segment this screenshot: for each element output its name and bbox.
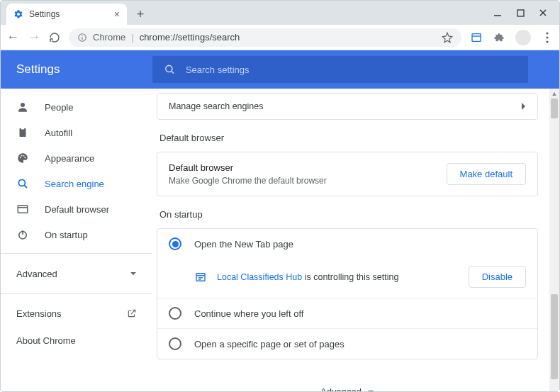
extension-icon [194, 271, 207, 284]
svg-line-22 [24, 185, 27, 188]
default-browser-card: Default browser Make Google Chrome the d… [157, 152, 538, 196]
svg-point-14 [21, 103, 25, 107]
about-label: About Chrome [16, 335, 76, 346]
sidebar-item-people[interactable]: People [1, 94, 152, 120]
forward-button[interactable]: → [28, 30, 40, 45]
default-browser-section-label: Default browser [159, 133, 538, 143]
svg-point-21 [18, 179, 25, 186]
search-icon [164, 63, 176, 76]
advanced-footer-label: Advanced [320, 386, 362, 391]
address-bar: ← → Chrome | chrome://settings/search [1, 25, 559, 50]
radio-button[interactable] [169, 307, 181, 320]
svg-point-9 [546, 32, 548, 34]
minimize-icon[interactable] [493, 8, 503, 18]
startup-option-new-tab[interactable]: Open the New Tab page [157, 229, 537, 259]
scrollbar[interactable]: ▲ [549, 89, 559, 391]
star-icon[interactable] [442, 32, 453, 43]
svg-line-13 [172, 71, 174, 73]
reload-button[interactable] [49, 32, 60, 43]
window-close-icon[interactable] [538, 8, 548, 18]
svg-rect-6 [82, 37, 82, 40]
sidebar-item-on-startup[interactable]: On startup [1, 222, 152, 247]
menu-dots-icon[interactable] [541, 31, 554, 44]
main-content: Manage search engines Default browser De… [152, 89, 559, 391]
svg-point-18 [21, 155, 23, 157]
sidebar-item-appearance[interactable]: Appearance [1, 145, 152, 171]
person-icon [16, 101, 29, 113]
palette-icon [16, 152, 29, 164]
sidebar-item-label: Appearance [45, 153, 94, 164]
settings-header: Settings [1, 50, 559, 89]
startup-option-label: Open a specific page or set of pages [194, 339, 345, 349]
manage-search-engines-label: Manage search engines [169, 101, 263, 111]
svg-rect-15 [20, 128, 26, 137]
chevron-down-icon [130, 270, 137, 277]
svg-point-17 [20, 157, 21, 158]
clipboard-icon [16, 126, 29, 139]
extensions-label: Extensions [16, 308, 62, 319]
sidebar-item-about[interactable]: About Chrome [1, 327, 152, 354]
sidebar-item-label: People [45, 102, 73, 113]
new-tab-button[interactable]: + [131, 5, 150, 23]
scroll-up-arrow[interactable]: ▲ [551, 89, 558, 99]
chevron-right-icon [520, 102, 526, 111]
gear-icon [13, 9, 23, 19]
scrollbar-thumb[interactable] [551, 99, 558, 118]
svg-point-19 [23, 155, 25, 157]
sidebar-item-label: On startup [45, 230, 88, 240]
power-icon [16, 228, 29, 241]
on-startup-section-label: On startup [159, 209, 538, 220]
startup-option-label: Open the New Tab page [194, 239, 293, 250]
maximize-icon[interactable] [515, 8, 525, 18]
sidebar-item-default-browser[interactable]: Default browser [1, 196, 152, 222]
tab-title: Settings [29, 9, 60, 19]
page-title: Settings [16, 62, 152, 77]
startup-option-specific-page[interactable]: Open a specific page or set of pages [157, 329, 537, 359]
default-browser-title: Default browser [169, 162, 327, 173]
manage-search-engines-row[interactable]: Manage search engines [157, 93, 538, 120]
close-icon[interactable]: × [114, 9, 120, 20]
extension-controlling-notice: Local Classifieds Hub is controlling thi… [157, 259, 537, 298]
browser-window-icon [16, 203, 29, 215]
sidebar-item-autofill[interactable]: Autofill [1, 120, 152, 145]
search-input[interactable] [186, 65, 517, 75]
search-icon [16, 177, 29, 190]
url-text: chrome://settings/search [140, 32, 240, 43]
sidebar-advanced-toggle[interactable]: Advanced [1, 259, 152, 288]
extension-name-link[interactable]: Local Classifieds Hub [217, 272, 302, 282]
browser-titlebar: Settings × + [1, 1, 559, 25]
svg-point-10 [546, 36, 548, 38]
default-browser-subtitle: Make Google Chrome the default browser [169, 176, 327, 186]
radio-button[interactable] [169, 337, 181, 350]
disable-button[interactable]: Disable [469, 266, 526, 288]
svg-rect-1 [517, 10, 524, 16]
on-startup-card: Open the New Tab page Local Classifieds … [157, 228, 538, 359]
svg-point-5 [82, 35, 82, 35]
svg-rect-23 [18, 206, 28, 213]
svg-point-20 [24, 157, 26, 158]
advanced-label: Advanced [16, 269, 57, 279]
sidebar-item-label: Default browser [45, 204, 109, 215]
startup-option-continue[interactable]: Continue where you left off [157, 298, 537, 329]
panel-icon[interactable] [470, 31, 483, 44]
advanced-footer-toggle[interactable]: Advanced [157, 372, 538, 391]
sidebar: People Autofill Appearance Search engine… [1, 89, 152, 391]
scrollbar-thumb[interactable] [551, 294, 558, 379]
svg-rect-16 [21, 128, 25, 130]
profile-avatar[interactable] [515, 30, 531, 45]
chevron-down-icon [367, 388, 374, 392]
sidebar-item-search-engine[interactable]: Search engine [1, 171, 152, 196]
search-settings-box[interactable] [152, 56, 528, 83]
svg-point-12 [166, 65, 172, 72]
extension-puzzle-icon[interactable] [493, 31, 505, 44]
sidebar-item-label: Search engine [45, 179, 104, 189]
omnibox[interactable]: Chrome | chrome://settings/search [69, 28, 461, 47]
external-link-icon [127, 308, 137, 318]
startup-option-label: Continue where you left off [194, 308, 303, 319]
make-default-button[interactable]: Make default [447, 163, 526, 185]
radio-button[interactable] [169, 237, 181, 250]
sidebar-item-extensions[interactable]: Extensions [1, 300, 152, 327]
sidebar-item-label: Autofill [45, 128, 72, 138]
browser-tab[interactable]: Settings × [6, 4, 127, 25]
back-button[interactable]: ← [6, 30, 19, 45]
